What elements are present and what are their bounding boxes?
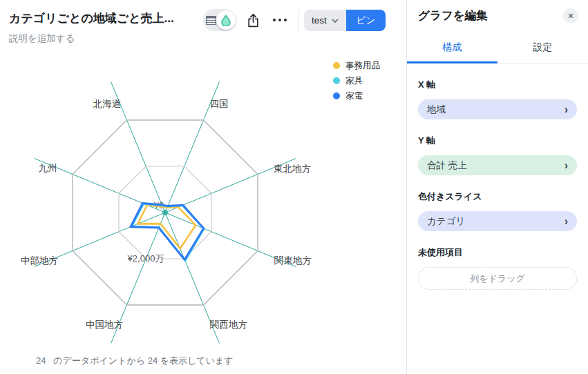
chevron-right-icon: › bbox=[565, 216, 568, 227]
table-view-icon[interactable] bbox=[205, 9, 217, 31]
chevron-right-icon: › bbox=[565, 104, 568, 115]
svg-text:中国地方: 中国地方 bbox=[86, 319, 123, 330]
x-axis-value: 地域 bbox=[427, 104, 446, 116]
close-icon[interactable]: × bbox=[563, 8, 578, 23]
legend-label: 事務用品 bbox=[345, 60, 380, 72]
panel-body: X 軸 地域 › Y 軸 合計 売上 › 色付きスライス カテゴリ › 未使用項… bbox=[407, 79, 588, 290]
chart-pane: ¥0¥2,000万北海道四国東北地方関東地方関西地方中国地方中部地方九州 カテゴ… bbox=[0, 0, 406, 374]
tab-composition[interactable]: 構成 bbox=[407, 35, 497, 63]
chart-type-drop-icon bbox=[220, 14, 231, 26]
x-axis-label: X 軸 bbox=[418, 79, 577, 91]
y-axis-field[interactable]: 合計 売上 › bbox=[418, 155, 577, 175]
tab-settings[interactable]: 設定 bbox=[497, 35, 588, 63]
svg-text:四国: 四国 bbox=[210, 99, 229, 109]
legend-item[interactable]: 家電 bbox=[333, 88, 380, 104]
chart-description-placeholder[interactable]: 説明を追加する bbox=[9, 32, 75, 45]
panel-title: グラフを編集 bbox=[418, 8, 577, 23]
chevron-down-icon bbox=[332, 19, 339, 23]
panel-header: グラフを編集 × bbox=[407, 0, 588, 26]
legend-dot bbox=[333, 92, 340, 99]
ellipsis-icon bbox=[272, 19, 288, 21]
legend-item[interactable]: 家具 bbox=[333, 73, 380, 88]
y-axis-value: 合計 売上 bbox=[427, 159, 467, 172]
toolbar-divider bbox=[298, 10, 298, 30]
drop-zone-hint: 列をドラッグ bbox=[470, 273, 525, 285]
svg-text:九州: 九州 bbox=[39, 163, 57, 173]
legend-label: 家電 bbox=[345, 90, 363, 102]
share-button[interactable] bbox=[243, 10, 263, 30]
y-axis-label: Y 軸 bbox=[418, 135, 577, 147]
edit-graph-panel: グラフを編集 × 構成 設定 X 軸 地域 › Y 軸 合計 売上 › 色付きス… bbox=[406, 0, 588, 374]
workspace-pin-control: test ピン bbox=[304, 10, 386, 31]
x-axis-field[interactable]: 地域 › bbox=[418, 99, 577, 119]
panel-tabs: 構成 設定 bbox=[407, 35, 588, 63]
svg-text:東北地方: 東北地方 bbox=[274, 164, 311, 174]
svg-text:¥2,000万: ¥2,000万 bbox=[127, 253, 164, 264]
chart-editor-app: ¥0¥2,000万北海道四国東北地方関東地方関西地方中国地方中部地方九州 カテゴ… bbox=[0, 0, 588, 374]
legend-label: 家具 bbox=[345, 75, 363, 87]
radar-chart: ¥0¥2,000万北海道四国東北地方関東地方関西地方中国地方中部地方九州 bbox=[0, 0, 406, 374]
column-drop-zone[interactable]: 列をドラッグ bbox=[418, 267, 577, 290]
chart-title[interactable]: カテゴリごとの地域ごと売上... bbox=[9, 10, 174, 26]
workspace-select[interactable]: test bbox=[304, 10, 346, 31]
svg-text:北海道: 北海道 bbox=[93, 99, 122, 109]
legend-dot bbox=[333, 77, 340, 84]
more-options-button[interactable] bbox=[269, 10, 290, 30]
workspace-select-value: test bbox=[312, 15, 327, 26]
pin-button[interactable]: ピン bbox=[346, 10, 386, 31]
svg-text:中部地方: 中部地方 bbox=[21, 255, 58, 266]
chevron-right-icon: › bbox=[565, 160, 568, 171]
color-slices-field[interactable]: カテゴリ › bbox=[418, 211, 577, 231]
share-icon bbox=[247, 13, 260, 28]
legend-item[interactable]: 事務用品 bbox=[333, 58, 380, 73]
view-toggle[interactable] bbox=[203, 9, 236, 31]
datapoint-status: 24 のデータポイントから 24 を表示しています bbox=[36, 355, 234, 367]
legend-dot bbox=[333, 62, 340, 69]
chart-legend: 事務用品 家具 家電 bbox=[333, 58, 380, 104]
color-slices-value: カテゴリ bbox=[427, 215, 465, 228]
svg-text:関東地方: 関東地方 bbox=[274, 255, 312, 266]
svg-text:関西地方: 関西地方 bbox=[210, 319, 247, 330]
color-slices-label: 色付きスライス bbox=[418, 190, 577, 203]
chart-view-toggle-selected[interactable] bbox=[216, 10, 236, 30]
unused-items-label: 未使用項目 bbox=[418, 246, 577, 259]
